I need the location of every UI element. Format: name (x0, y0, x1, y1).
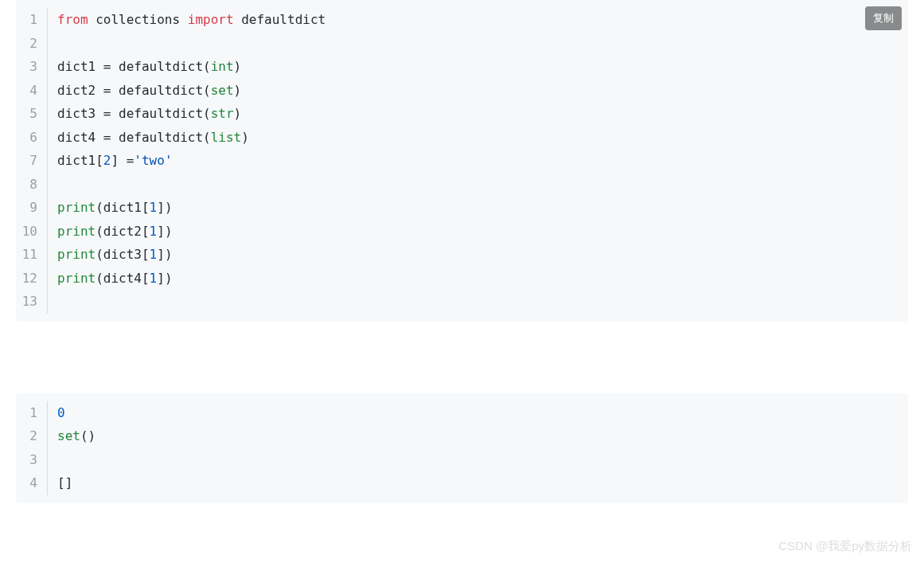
code-line: 7dict1[2] ='two' (16, 149, 908, 173)
code-line: 2set() (16, 424, 908, 448)
line-number: 6 (16, 126, 48, 150)
code-line: 3dict1 = defaultdict(int) (16, 55, 908, 79)
code-line: 5dict3 = defaultdict(str) (16, 102, 908, 126)
line-number: 3 (16, 55, 48, 79)
line-number: 12 (16, 267, 48, 291)
line-content (48, 448, 65, 472)
code-line: 3 (16, 448, 908, 472)
line-content: dict1 = defaultdict(int) (48, 55, 241, 79)
line-number: 8 (16, 173, 48, 197)
code-block-1: 复制 1from collections import defaultdict2… (16, 0, 908, 322)
line-number: 10 (16, 220, 48, 244)
line-content (48, 173, 65, 197)
code-block-2: 102set()3 4[] (16, 393, 908, 503)
code-line: 10print(dict2[1]) (16, 220, 908, 244)
code-line: 10 (16, 401, 908, 425)
line-content (48, 290, 65, 314)
line-number: 11 (16, 243, 48, 267)
line-number: 2 (16, 32, 48, 56)
line-content: from collections import defaultdict (48, 8, 326, 32)
line-content (48, 32, 65, 56)
code-line: 4[] (16, 471, 908, 495)
line-content: set() (48, 424, 96, 448)
line-content: print(dict2[1]) (48, 220, 173, 244)
line-number: 1 (16, 8, 48, 32)
code-line: 9print(dict1[1]) (16, 196, 908, 220)
line-content: dict3 = defaultdict(str) (48, 102, 241, 126)
line-content: print(dict1[1]) (48, 196, 173, 220)
code-line: 4dict2 = defaultdict(set) (16, 79, 908, 103)
line-number: 7 (16, 149, 48, 173)
line-number: 9 (16, 196, 48, 220)
watermark: CSDN @我爱py数据分析 (778, 539, 912, 554)
line-content: [] (48, 471, 72, 495)
line-content: print(dict3[1]) (48, 243, 173, 267)
code-lines-1: 1from collections import defaultdict2 3d… (16, 8, 908, 314)
line-content: 0 (48, 401, 65, 425)
line-number: 13 (16, 290, 48, 314)
line-content: dict2 = defaultdict(set) (48, 79, 241, 103)
code-line: 11print(dict3[1]) (16, 243, 908, 267)
copy-button[interactable]: 复制 (865, 6, 902, 30)
line-content: print(dict4[1]) (48, 267, 173, 291)
code-lines-2: 102set()3 4[] (16, 401, 908, 495)
line-number: 2 (16, 424, 48, 448)
line-content: dict1[2] ='two' (48, 149, 173, 173)
code-line: 2 (16, 32, 908, 56)
line-number: 4 (16, 471, 48, 495)
code-line: 1from collections import defaultdict (16, 8, 908, 32)
code-line: 6dict4 = defaultdict(list) (16, 126, 908, 150)
code-line: 12print(dict4[1]) (16, 267, 908, 291)
code-line: 8 (16, 173, 908, 197)
line-number: 4 (16, 79, 48, 103)
code-line: 13 (16, 290, 908, 314)
line-number: 3 (16, 448, 48, 472)
line-number: 5 (16, 102, 48, 126)
line-number: 1 (16, 401, 48, 425)
line-content: dict4 = defaultdict(list) (48, 126, 249, 150)
